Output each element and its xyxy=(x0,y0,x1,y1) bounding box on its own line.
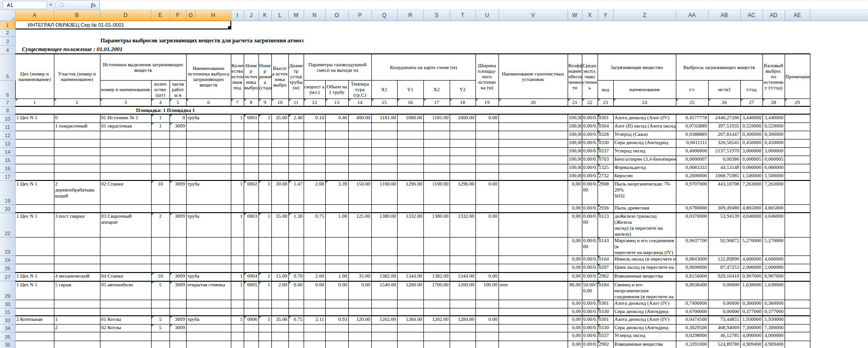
row-header-14[interactable]: 14 xyxy=(0,147,15,156)
cell[interactable]: Параметры выбросов загрязняющих веществ … xyxy=(100,36,304,45)
cell[interactable] xyxy=(450,341,475,348)
cell[interactable] xyxy=(186,164,231,172)
cell[interactable]: 30.00 xyxy=(271,180,288,204)
cell[interactable] xyxy=(785,122,810,131)
cell[interactable] xyxy=(397,308,423,316)
cell[interactable] xyxy=(231,147,244,156)
row-header-5[interactable]: 5 xyxy=(0,54,15,80)
cell[interactable]: 21 xyxy=(568,99,582,106)
cell[interactable] xyxy=(54,164,100,172)
cell[interactable] xyxy=(371,300,397,308)
cell[interactable] xyxy=(258,341,271,348)
cell[interactable]: 100,00 xyxy=(568,147,582,156)
cell[interactable]: 120.00 xyxy=(348,316,371,324)
cell[interactable]: 2.60 xyxy=(304,273,325,281)
row-header-16[interactable]: 16 xyxy=(0,164,15,172)
cell[interactable] xyxy=(100,238,151,256)
cell[interactable]: 1540.00 xyxy=(371,281,397,300)
cell[interactable]: 1 xyxy=(231,180,244,204)
cell[interactable] xyxy=(100,264,151,273)
cell[interactable]: 11 xyxy=(288,99,304,106)
row-header-20[interactable]: 20 xyxy=(0,204,15,213)
cell[interactable]: 0.93 xyxy=(325,316,348,324)
cell[interactable] xyxy=(450,300,475,308)
cell[interactable]: 0.00/0. xyxy=(582,256,598,264)
cell[interactable]: 0,00 xyxy=(568,332,582,341)
cell[interactable]: 400.00 xyxy=(348,114,371,122)
cell[interactable]: 0006 xyxy=(244,316,258,324)
cell[interactable]: 0,00 xyxy=(568,238,582,256)
cell[interactable] xyxy=(423,264,450,273)
cell[interactable] xyxy=(244,156,258,164)
cell[interactable]: Загрязняющее вещество xyxy=(598,54,676,80)
column-header-D[interactable]: D xyxy=(100,10,151,21)
cell[interactable]: диЖелезо триоксид (Железа оксид) (в пере… xyxy=(613,213,676,238)
cell[interactable]: 0.00 xyxy=(475,180,499,204)
cell[interactable] xyxy=(423,164,450,172)
cell[interactable] xyxy=(371,204,397,213)
cell[interactable]: 3009 xyxy=(170,122,186,131)
select-all-button[interactable] xyxy=(0,10,15,21)
cell[interactable] xyxy=(397,238,423,256)
cell[interactable]: 5 xyxy=(151,324,170,332)
cell[interactable]: 0003 xyxy=(244,213,258,238)
cell[interactable] xyxy=(170,204,186,213)
cell[interactable] xyxy=(186,156,231,164)
column-header-S[interactable]: S xyxy=(423,10,450,21)
cell[interactable] xyxy=(54,332,100,341)
cell[interactable]: 0,00000 xyxy=(708,308,740,316)
cell[interactable] xyxy=(271,324,288,332)
cell[interactable]: 1284.00 xyxy=(450,316,475,324)
cell[interactable]: 0001 xyxy=(244,114,258,122)
cell[interactable] xyxy=(450,324,475,332)
row-header-35[interactable]: 35 xyxy=(0,332,15,341)
cell[interactable] xyxy=(371,164,397,172)
cell[interactable] xyxy=(499,156,568,164)
cell[interactable] xyxy=(785,180,810,204)
cell[interactable] xyxy=(397,122,423,131)
cell[interactable]: скорост ь (м/с) xyxy=(304,80,325,99)
cell[interactable]: 2.11 xyxy=(304,316,325,324)
cell[interactable] xyxy=(151,264,170,273)
cell[interactable] xyxy=(810,99,868,106)
cell[interactable] xyxy=(100,341,151,348)
cell[interactable]: труба xyxy=(186,316,231,324)
cell[interactable] xyxy=(325,131,348,139)
cell[interactable]: 122,89890 xyxy=(708,256,740,264)
cell[interactable] xyxy=(499,238,568,256)
cell[interactable]: 0301 xyxy=(598,114,613,122)
cell[interactable] xyxy=(151,164,170,172)
cell[interactable] xyxy=(15,147,54,156)
cell[interactable] xyxy=(271,147,288,156)
cell[interactable]: 05 автомобили xyxy=(100,281,151,300)
cell[interactable] xyxy=(423,139,450,147)
cell[interactable]: 207,81447 xyxy=(708,131,740,139)
cell[interactable]: 19 xyxy=(475,99,499,106)
cell[interactable] xyxy=(186,324,231,332)
cell[interactable] xyxy=(810,238,868,256)
cell[interactable] xyxy=(475,156,499,164)
cell[interactable] xyxy=(151,332,170,341)
cell[interactable] xyxy=(348,204,371,213)
row-header-36[interactable]: 36 xyxy=(0,341,15,348)
cell[interactable]: 1344.00 xyxy=(450,273,475,281)
column-header-M[interactable]: M xyxy=(288,10,304,21)
cell[interactable] xyxy=(499,122,568,131)
cell[interactable]: 0,00 xyxy=(568,180,582,204)
cell[interactable] xyxy=(423,256,450,264)
cell[interactable] xyxy=(450,122,475,131)
cell[interactable] xyxy=(244,164,258,172)
cell[interactable] xyxy=(348,172,371,180)
cell[interactable]: Пыль древесная xyxy=(613,204,676,213)
cell[interactable] xyxy=(288,139,304,147)
cell[interactable] xyxy=(499,147,568,156)
cell[interactable] xyxy=(271,172,288,180)
cell[interactable] xyxy=(810,213,868,238)
cell[interactable] xyxy=(325,147,348,156)
cell[interactable]: 100,00 xyxy=(568,156,582,164)
cell[interactable]: 0,377000 xyxy=(740,308,762,316)
cell[interactable]: 1 xyxy=(151,122,170,131)
cell[interactable]: 0,060000 xyxy=(762,164,785,172)
cell[interactable] xyxy=(271,164,288,172)
cell[interactable]: Взвешенные вещества xyxy=(613,341,676,348)
